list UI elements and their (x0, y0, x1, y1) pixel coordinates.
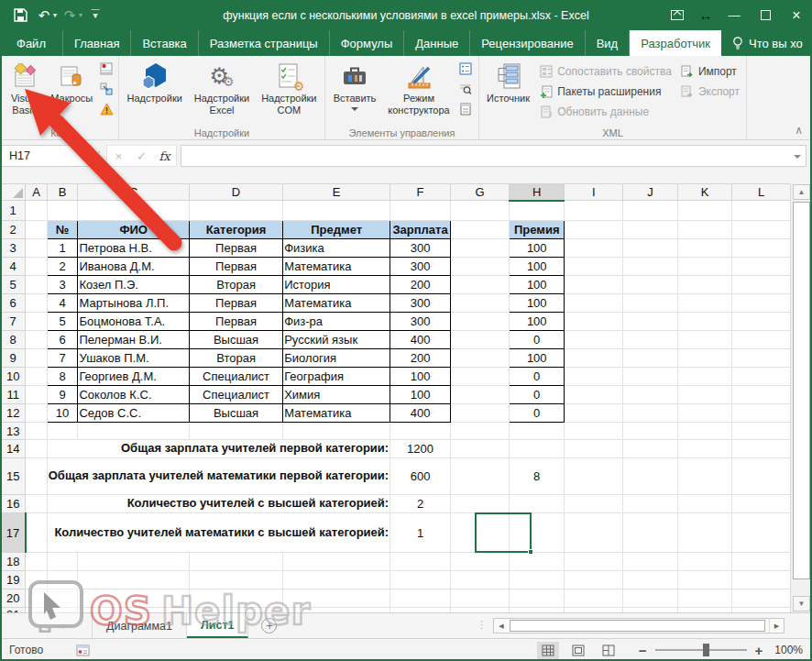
undo-icon[interactable]: ↶ (33, 5, 55, 27)
cell-G7[interactable] (450, 313, 509, 331)
addins-button[interactable]: Надстройки (122, 58, 187, 105)
cell-J17[interactable] (623, 513, 678, 553)
customize-qat-icon[interactable]: ▾— (84, 5, 106, 27)
cell-G17[interactable] (450, 513, 509, 553)
cell-A14[interactable] (26, 440, 47, 458)
cell-F5[interactable]: 200 (390, 276, 451, 294)
cell-G9[interactable] (450, 349, 509, 368)
column-header-F[interactable]: F (390, 184, 451, 201)
insert-function-icon[interactable]: fx (153, 149, 176, 163)
cell-E4[interactable]: Математика (283, 258, 390, 276)
cell-B18[interactable] (47, 553, 78, 571)
vertical-scrollbar[interactable]: ▲ ▼ (790, 183, 812, 612)
cell-C18[interactable] (78, 553, 189, 571)
row-header-17[interactable]: 17 (1, 513, 26, 553)
cell-E11[interactable]: Химия (283, 386, 390, 404)
cell-E9[interactable]: Биология (283, 349, 390, 368)
cell-D1[interactable] (189, 201, 282, 221)
ribbon-tab-Главная[interactable]: Главная (63, 30, 131, 56)
row-header-8[interactable]: 8 (1, 331, 26, 349)
cell-H1[interactable] (509, 201, 565, 221)
row-header-6[interactable]: 6 (1, 294, 26, 313)
cell-H18[interactable] (509, 553, 565, 571)
visual-basic-button[interactable]: Visual Basic (3, 58, 47, 116)
cell-F6[interactable]: 300 (390, 294, 451, 313)
row-header-20[interactable]: 20 (1, 589, 26, 608)
cell-H19[interactable] (509, 571, 565, 589)
row-header-3[interactable]: 3 (1, 239, 26, 258)
cell-G6[interactable] (450, 294, 509, 313)
cell-J14[interactable] (623, 440, 678, 458)
cell-D7[interactable]: Первая (189, 313, 282, 331)
cell-C7[interactable]: Боцмонова Т.А. (78, 313, 189, 331)
cell-B10[interactable]: 8 (47, 368, 78, 386)
row-header-19[interactable]: 19 (1, 571, 26, 589)
cell-L7[interactable] (732, 313, 791, 331)
macro-security-warning-icon[interactable] (99, 102, 114, 116)
row-header-16[interactable]: 16 (1, 495, 26, 513)
cell-C11[interactable]: Соколов К.С. (78, 386, 189, 404)
zoom-level[interactable]: 100% (774, 644, 803, 656)
cell-E18[interactable] (283, 553, 390, 571)
cell-J16[interactable] (623, 495, 678, 513)
cell-H3[interactable]: 100 (509, 239, 565, 258)
scroll-up-icon[interactable]: ▲ (793, 184, 810, 200)
cell-A12[interactable] (26, 404, 47, 423)
cell-D2[interactable]: Категория (189, 221, 282, 239)
cell-K8[interactable] (678, 331, 732, 349)
cell-C20[interactable] (78, 589, 189, 608)
cell-I11[interactable] (565, 386, 623, 404)
cell-K11[interactable] (678, 386, 732, 404)
insert-control-button[interactable]: Вставить (328, 58, 381, 111)
vertical-scroll-thumb[interactable] (793, 202, 810, 579)
ribbon-tab-Файл[interactable]: Файл (0, 30, 63, 56)
cell-J4[interactable] (623, 258, 678, 276)
row-header-1[interactable]: 1 (1, 201, 26, 221)
cell-H11[interactable]: 0 (509, 386, 565, 404)
cell-A17[interactable] (26, 513, 47, 553)
cell-K20[interactable] (678, 589, 732, 608)
cell-J20[interactable] (623, 589, 678, 608)
row-header-15[interactable]: 15 (1, 458, 26, 495)
horizontal-scroll-thumb[interactable] (510, 620, 765, 632)
cell-B14[interactable]: Общая зарплата учителей первой категории… (47, 440, 390, 458)
undo-dropdown-icon[interactable]: ▾ (53, 11, 57, 19)
cell-J7[interactable] (623, 313, 678, 331)
cell-K9[interactable] (678, 349, 732, 368)
cell-L18[interactable] (732, 553, 791, 571)
scroll-left-icon[interactable]: ◀ (494, 619, 509, 633)
cell-B7[interactable]: 5 (47, 313, 78, 331)
cell-G11[interactable] (450, 386, 509, 404)
cell-I17[interactable] (565, 513, 623, 553)
cell-A3[interactable] (26, 239, 47, 258)
group-label-addins[interactable]: Надстройки (119, 127, 324, 138)
cell-J10[interactable] (623, 368, 678, 386)
cell-K19[interactable] (678, 571, 732, 589)
formula-bar-splitter[interactable]: ⋮ (92, 145, 106, 161)
cell-I3[interactable] (565, 239, 623, 258)
expand-formula-bar-icon[interactable] (794, 155, 801, 159)
scroll-down-icon[interactable]: ▼ (793, 596, 810, 611)
column-header-H[interactable]: H (509, 184, 565, 201)
cell-G1[interactable] (450, 201, 509, 221)
cell-E12[interactable]: Математика (283, 404, 390, 423)
cell-F8[interactable]: 400 (390, 331, 451, 349)
cell-C19[interactable] (78, 571, 189, 589)
source-button[interactable]: Источник (482, 58, 534, 105)
cell-I14[interactable] (565, 440, 623, 458)
group-label-xml[interactable]: XML (479, 127, 746, 138)
cell-A1[interactable] (26, 201, 47, 221)
cell-G15[interactable] (450, 458, 509, 495)
cell-K5[interactable] (678, 276, 732, 294)
cell-D19[interactable] (189, 571, 282, 589)
zoom-slider[interactable] (655, 649, 747, 651)
cell-B4[interactable]: 2 (47, 258, 78, 276)
cell-E19[interactable] (283, 571, 390, 589)
cell-D5[interactable]: Вторая (189, 276, 282, 294)
cell-A6[interactable] (26, 294, 47, 313)
row-header-7[interactable]: 7 (1, 313, 26, 331)
ribbon-tab-Рецензирование[interactable]: Рецензирование (470, 30, 585, 56)
cell-B6[interactable]: 4 (47, 294, 78, 313)
cell-H9[interactable]: 100 (509, 349, 565, 368)
sheet-nav-left-icon[interactable]: ◂ (42, 620, 48, 632)
